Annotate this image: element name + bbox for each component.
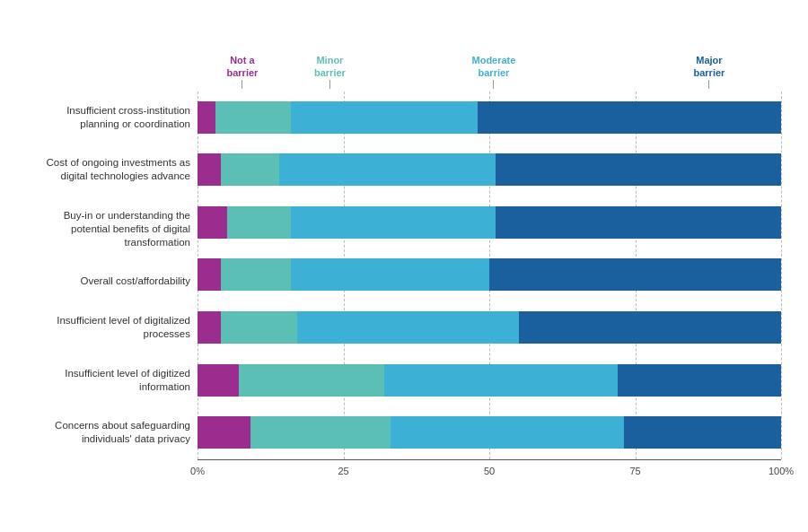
legend-tick (329, 80, 330, 89)
y-label: Insufficient cross-institutionplanning o… (18, 104, 198, 131)
y-label: Insufficient level of digitizedinformati… (18, 367, 198, 394)
bar-segment (227, 206, 292, 239)
bar-row (198, 153, 781, 186)
x-tick-label: 50 (484, 466, 495, 476)
legend-tick (242, 80, 242, 89)
bar-segment (198, 416, 250, 449)
y-label: Cost of ongoing investments asdigital te… (18, 156, 198, 183)
y-labels: Insufficient cross-institutionplanning o… (18, 20, 198, 486)
legend-item: Not abarrier (227, 54, 259, 92)
x-tick-label: 75 (629, 466, 640, 476)
bar-segment (221, 311, 297, 344)
chart-container: Insufficient cross-institutionplanning o… (9, 11, 799, 522)
bar-segment (198, 311, 221, 344)
bar-segment (250, 416, 391, 449)
legend-label: Moderatebarrier (472, 54, 516, 80)
bar-segment (478, 101, 781, 134)
bar-row (198, 206, 781, 239)
bar-segment (239, 364, 385, 397)
chart-area: Insufficient cross-institutionplanning o… (18, 20, 781, 486)
bars-area (198, 92, 781, 459)
legend-row: Not abarrierMinorbarrierModeratebarrierM… (198, 20, 781, 92)
y-label: Concerns about safeguardingindividuals' … (18, 419, 198, 446)
bar-segment (198, 101, 215, 134)
legend-label: Majorbarrier (694, 54, 725, 80)
legend-item: Minorbarrier (314, 54, 346, 92)
bar-segment (279, 153, 496, 186)
bar-segment (198, 364, 239, 397)
bar-row (198, 416, 781, 449)
bar-segment (496, 153, 782, 186)
legend-tick (493, 80, 494, 89)
x-axis: 0%255075100% (198, 459, 781, 486)
plot-area: Not abarrierMinorbarrierModeratebarrierM… (198, 20, 781, 486)
bar-row (198, 101, 781, 134)
legend-label: Not abarrier (227, 54, 259, 80)
bar-segment (291, 258, 489, 291)
bar-segment (215, 101, 292, 134)
grid-line (781, 92, 782, 459)
bar-segment (198, 206, 227, 239)
bar-segment (496, 206, 782, 239)
x-tick-label: 25 (338, 466, 348, 476)
bar-row (198, 364, 781, 397)
bar-segment (624, 416, 782, 449)
bar-segment (391, 416, 624, 449)
bar-segment (297, 311, 519, 344)
bar-segment (221, 258, 291, 291)
legend-item: Moderatebarrier (472, 54, 516, 92)
bar-segment (489, 258, 781, 291)
bar-segment (198, 258, 221, 291)
bar-segment (384, 364, 618, 397)
bar-segment (198, 153, 221, 186)
bar-segment (519, 311, 782, 344)
legend-tick (708, 80, 709, 89)
bar-segment (618, 364, 781, 397)
bar-row (198, 258, 781, 291)
y-label: Insufficient level of digitalizedprocess… (18, 314, 198, 341)
y-label: Buy-in or understanding thepotential ben… (18, 209, 198, 249)
legend-item: Majorbarrier (694, 54, 725, 92)
y-label: Overall cost/affordability (18, 275, 198, 288)
bar-row (198, 311, 781, 344)
x-tick-label: 0% (190, 466, 205, 476)
bar-segment (291, 101, 478, 134)
bar-segment (291, 206, 496, 239)
legend-label: Minorbarrier (314, 54, 346, 80)
bar-segment (221, 153, 279, 186)
x-tick-label: 100% (768, 466, 794, 476)
